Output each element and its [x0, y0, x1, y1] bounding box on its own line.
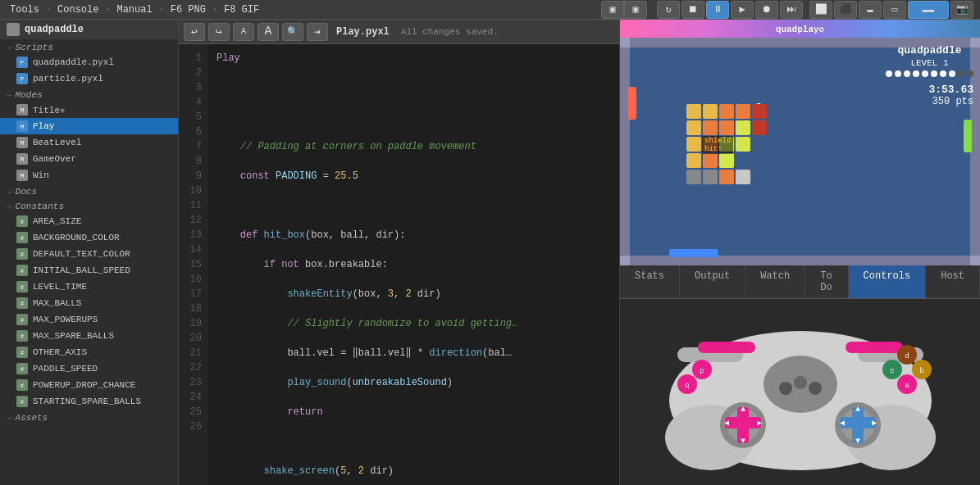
indent-button[interactable]: ⇥ [307, 23, 328, 41]
mode-icon-win: M [16, 170, 28, 181]
scripts-section: Scripts [0, 39, 178, 54]
layout-left-icon[interactable]: ▣ [601, 1, 624, 19]
record-icon[interactable]: ⏺ [755, 1, 778, 19]
tab-output[interactable]: Output [680, 265, 745, 298]
svg-text:◀: ◀ [839, 419, 844, 428]
project-name: quadpaddle [25, 24, 84, 35]
layout-right-icon[interactable]: ▣ [624, 1, 647, 19]
svg-text:▲: ▲ [855, 405, 859, 414]
window-icon-5[interactable]: ▬▬ [908, 1, 949, 19]
line-numbers: 12345 678910 1112131415 1617181920 21222… [179, 44, 208, 485]
const-icon-12: # [16, 396, 28, 407]
console-menu[interactable]: Console [54, 4, 102, 16]
sidebar-item-paddle-speed[interactable]: # PADDLE_SPEED [0, 360, 178, 377]
undo-button[interactable]: ↩ [184, 23, 205, 41]
sidebar-item-max-powerups[interactable]: # MAX_POWERUPS [0, 311, 178, 328]
window-icon-3[interactable]: ▬ [859, 1, 882, 19]
const-icon-4: # [16, 265, 28, 276]
window-icon-4[interactable]: ▭ [883, 1, 906, 19]
screenshot-icon[interactable]: 📷 [950, 1, 973, 19]
tab-watch[interactable]: Watch [745, 265, 805, 298]
font-small-button[interactable]: A [233, 23, 254, 41]
life-dot-2 [895, 70, 901, 77]
sidebar-item-initial-ball-speed[interactable]: # INITIAL_BALL_SPEED [0, 262, 178, 279]
const-icon-5: # [16, 281, 28, 292]
docs-section: Docs [0, 184, 178, 198]
sidebar-item-max-spare-balls[interactable]: # MAX_SPARE_BALLS [0, 328, 178, 344]
svg-rect-6 [846, 342, 903, 353]
code-editor[interactable]: 12345 678910 1112131415 1617181920 21222… [179, 44, 619, 485]
sidebar-item-area-size[interactable]: # AREA_SIZE [0, 213, 178, 229]
game-title: quadpaddle [886, 44, 973, 57]
svg-point-9 [794, 376, 807, 389]
const-icon-1: # [16, 215, 28, 227]
font-large-button[interactable]: A [258, 23, 279, 41]
svg-point-10 [809, 382, 822, 395]
sidebar-item-default-text-color[interactable]: # DEFAULT_TEXT_COLOR [0, 246, 178, 262]
sidebar-item-quadpaddle-pyxl[interactable]: P quadpaddle.pyxl [0, 54, 178, 70]
wall-left [620, 48, 630, 256]
sidebar-item-background-color[interactable]: # BACKGROUND_COLOR [0, 229, 178, 246]
sidebar-item-title[interactable]: M Title✳ [0, 102, 178, 118]
sidebar-item-other-axis[interactable]: # OTHER_AXIS [0, 344, 178, 360]
paddle-right [964, 120, 972, 152]
tab-host[interactable]: Host [926, 265, 980, 298]
game-title-area: quadpaddle LEVEL 1 [886, 44, 973, 107]
const-icon-7: # [16, 314, 28, 325]
code-content[interactable]: Play // Padding at corners on paddle mov… [208, 44, 619, 485]
f8-gif-button[interactable]: F8 GIF [221, 4, 262, 16]
layout-icon-pair: ▣ ▣ [601, 1, 647, 19]
pause-icon[interactable]: ⏸ [706, 1, 729, 19]
svg-text:▼: ▼ [855, 437, 859, 446]
svg-text:c: c [890, 367, 894, 375]
sidebar-item-win[interactable]: M Win [0, 167, 178, 184]
game-window-title: quadplay✪ [776, 24, 824, 34]
life-dot-5 [922, 70, 928, 77]
svg-text:▼: ▼ [740, 437, 745, 446]
sidebar-item-max-balls[interactable]: # MAX_BALLS [0, 295, 178, 311]
tab-stats[interactable]: Stats [620, 265, 680, 298]
svg-text:q: q [685, 382, 689, 390]
window-icon-1[interactable]: ⬜ [809, 1, 832, 19]
mode-icon-gameover: M [16, 153, 28, 165]
script-icon-2: P [16, 73, 28, 84]
const-icon-8: # [16, 330, 28, 342]
controller-area: ◀ ▶ ▲ ▼ ◀ ▶ ▲ ▼ a [620, 299, 980, 485]
game-preview: quadplay✪ [620, 20, 980, 265]
corner-br [970, 256, 980, 265]
sidebar-item-level-time[interactable]: # LEVEL_TIME [0, 279, 178, 295]
svg-text:a: a [905, 382, 909, 390]
play-icon[interactable]: ▶ [731, 1, 754, 19]
const-icon-9: # [16, 347, 28, 358]
svg-text:◀: ◀ [723, 419, 728, 428]
svg-text:d: d [905, 352, 909, 360]
tools-menu[interactable]: Tools [7, 4, 43, 16]
script-icon-1: P [16, 57, 28, 68]
corner-tl [620, 38, 630, 48]
redo-button[interactable]: ↪ [208, 23, 230, 41]
fast-forward-icon[interactable]: ⏭ [780, 1, 803, 19]
f6-png-button[interactable]: F6 PNG [167, 4, 209, 16]
sidebar-item-particle-pyxl[interactable]: P particle.pyxl [0, 70, 178, 87]
sidebar-item-beatlevel[interactable]: M BeatLevel [0, 134, 178, 151]
const-icon-10: # [16, 363, 28, 374]
sidebar-item-play[interactable]: M Play [0, 118, 178, 134]
window-icon-2[interactable]: ⬛ [834, 1, 857, 19]
panel-content: ◀ ▶ ▲ ▼ ◀ ▶ ▲ ▼ a [620, 299, 980, 485]
sidebar-item-starting-spare[interactable]: # STARTING_SPARE_BALLS [0, 393, 178, 410]
stop-icon[interactable]: ⏹ [681, 1, 704, 19]
life-dot-9 [958, 70, 964, 77]
tab-todo[interactable]: To Do [805, 265, 848, 298]
right-panel: quadplay✪ [619, 20, 980, 485]
const-icon-11: # [16, 379, 28, 391]
refresh-icon[interactable]: ↻ [657, 1, 680, 19]
search-button[interactable]: 🔍 [282, 23, 303, 41]
tab-controls[interactable]: Controls [849, 265, 927, 298]
life-dot-6 [931, 70, 937, 77]
sidebar-item-gameover[interactable]: M GameOver [0, 151, 178, 167]
life-dot-4 [913, 70, 919, 77]
corner-bl [620, 256, 630, 265]
project-header: quadpaddle [0, 20, 178, 39]
manual-menu[interactable]: Manual [113, 4, 155, 16]
sidebar-item-powerup-drop[interactable]: # POWERUP_DROP_CHANCE [0, 377, 178, 393]
